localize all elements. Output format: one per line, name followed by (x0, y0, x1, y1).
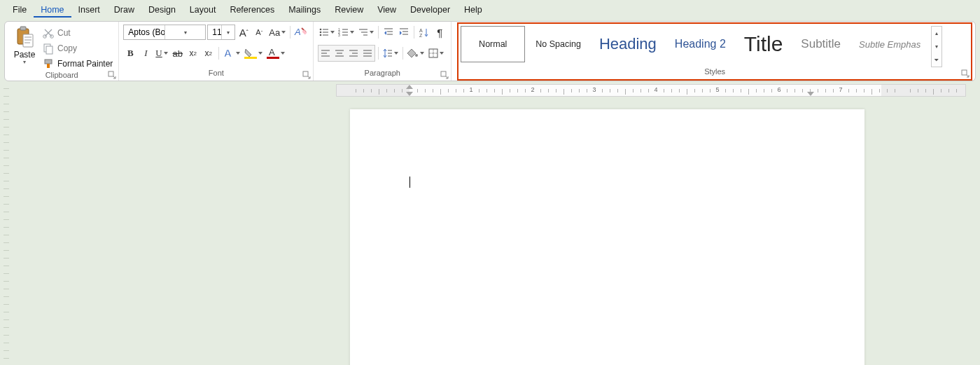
style-title[interactable]: Title (736, 26, 791, 62)
numbering-button[interactable]: 123 (337, 25, 356, 40)
scissors-icon (43, 27, 54, 39)
clipboard-group-label: Clipboard (9, 71, 114, 80)
subscript-button[interactable]: x2 (186, 46, 200, 61)
font-size-combo[interactable]: 11 ▾ (207, 25, 235, 40)
menu-references[interactable]: References (223, 2, 281, 18)
svg-point-24 (320, 34, 322, 36)
group-styles: Normal No Spacing Heading Heading 2 Titl… (451, 22, 975, 81)
justify-button[interactable] (360, 46, 374, 61)
borders-button[interactable] (427, 46, 445, 61)
svg-rect-62 (441, 71, 446, 76)
style-heading-2[interactable]: Heading 2 (667, 26, 734, 62)
align-right-button[interactable] (346, 46, 360, 61)
menu-review[interactable]: Review (328, 2, 370, 18)
multilevel-list-button[interactable] (357, 25, 375, 40)
align-left-button[interactable] (318, 46, 332, 61)
menu-mailings[interactable]: Mailings (281, 2, 328, 18)
clipboard-launcher[interactable] (108, 71, 117, 80)
svg-rect-1 (20, 27, 26, 30)
cut-button[interactable]: Cut (43, 26, 113, 40)
group-clipboard: Paste ▾ Cut Copy (5, 22, 119, 81)
svg-text:A: A (224, 47, 232, 59)
style-no-spacing[interactable]: No Spacing (528, 26, 589, 62)
font-family-value: Aptos (Body) (124, 27, 164, 37)
strikethrough-button[interactable]: ab (171, 46, 185, 61)
menu-layout[interactable]: Layout (183, 2, 223, 18)
line-spacing-button[interactable] (382, 46, 400, 61)
ribbon: Paste ▾ Cut Copy (4, 21, 976, 81)
document-workspace: 1234567 (0, 84, 980, 365)
font-family-combo[interactable]: Aptos (Body) ▾ (123, 25, 206, 40)
chevron-down-icon[interactable]: ▾ (221, 25, 235, 39)
menu-design[interactable]: Design (141, 2, 183, 18)
svg-text:Z: Z (419, 33, 423, 38)
text-effects-button[interactable]: A (222, 46, 241, 61)
menu-file[interactable]: File (6, 2, 34, 18)
menu-developer[interactable]: Developer (403, 2, 457, 18)
vertical-ruler[interactable] (0, 84, 13, 365)
format-painter-button[interactable]: Format Painter (43, 57, 113, 71)
change-case-button[interactable]: Aa (267, 25, 287, 40)
font-color-button[interactable]: A (265, 46, 286, 61)
styles-more-button[interactable]: ▴ ▾ ⏷ (931, 26, 942, 67)
style-normal[interactable]: Normal (461, 26, 525, 62)
copy-icon (43, 43, 54, 54)
svg-text:3: 3 (338, 33, 340, 37)
svg-point-22 (320, 32, 322, 34)
paste-icon (15, 26, 34, 48)
svg-rect-63 (962, 70, 967, 75)
styles-gallery: Normal No Spacing Heading Heading 2 Titl… (461, 26, 969, 67)
document-page[interactable] (350, 109, 864, 365)
copy-button[interactable]: Copy (43, 41, 113, 55)
superscript-button[interactable]: x2 (202, 46, 216, 61)
increase-indent-button[interactable] (397, 25, 411, 40)
group-font: Aptos (Body) ▾ 11 ▾ Aˆ Aˇ Aa A B I U (119, 22, 314, 81)
decrease-indent-button[interactable] (382, 25, 396, 40)
svg-rect-11 (47, 64, 50, 68)
chevron-up-icon: ▴ (935, 30, 938, 36)
align-center-button[interactable] (332, 46, 346, 61)
svg-rect-16 (244, 57, 257, 59)
menu-insert[interactable]: Insert (71, 2, 107, 18)
svg-rect-19 (303, 71, 308, 76)
italic-button[interactable]: I (139, 46, 153, 61)
show-marks-button[interactable]: ¶ (433, 25, 447, 40)
svg-rect-14 (302, 29, 307, 34)
alignment-group (318, 45, 375, 62)
shrink-font-button[interactable]: Aˇ (252, 25, 266, 40)
horizontal-ruler[interactable]: 1234567 (336, 84, 966, 97)
svg-text:A: A (269, 47, 275, 57)
paste-button[interactable]: Paste ▾ (9, 24, 40, 65)
paste-label: Paste (14, 50, 36, 60)
paragraph-launcher[interactable] (441, 71, 449, 80)
bullets-button[interactable] (318, 25, 336, 40)
bar-chevron-icon: ⏷ (934, 57, 939, 63)
copy-label: Copy (57, 43, 77, 53)
clear-formatting-button[interactable]: A (293, 25, 309, 40)
menu-draw[interactable]: Draw (107, 2, 141, 18)
style-heading-1[interactable]: Heading (592, 26, 664, 62)
styles-launcher[interactable] (962, 70, 970, 78)
grow-font-button[interactable]: Aˆ (237, 25, 251, 40)
svg-rect-12 (108, 71, 113, 76)
menu-bar: File Home Insert Draw Design Layout Refe… (0, 0, 980, 20)
svg-text:A: A (419, 28, 423, 33)
svg-point-20 (320, 29, 322, 31)
sort-button[interactable]: AZ (417, 25, 431, 40)
menu-help[interactable]: Help (457, 2, 489, 18)
svg-text:A: A (294, 27, 301, 37)
font-size-value: 11 (208, 27, 221, 37)
font-launcher[interactable] (303, 71, 312, 80)
highlight-button[interactable] (243, 46, 264, 61)
bold-button[interactable]: B (123, 46, 137, 61)
shading-button[interactable] (406, 46, 426, 61)
svg-point-58 (415, 54, 418, 57)
svg-rect-10 (45, 60, 52, 64)
menu-view[interactable]: View (370, 2, 403, 18)
style-subtitle[interactable]: Subtitle (793, 26, 848, 62)
menu-home[interactable]: Home (34, 2, 71, 18)
chevron-down-icon[interactable]: ▾ (164, 25, 206, 39)
style-subtle-emphasis[interactable]: Subtle Emphas (851, 26, 928, 62)
chevron-down-icon: ▾ (935, 43, 938, 50)
underline-button[interactable]: U (154, 46, 169, 61)
